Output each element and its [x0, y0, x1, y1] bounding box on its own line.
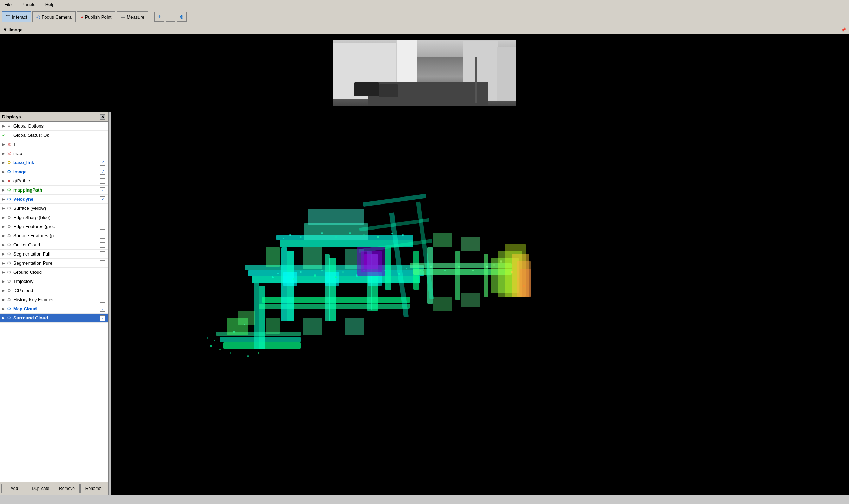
item-name: TF — [13, 142, 100, 147]
duplicate-button[interactable]: Duplicate — [28, 484, 53, 493]
camera-feed — [333, 40, 516, 106]
main-content: Displays ✕ ▶ ● Global Options ✓ Global S… — [0, 112, 849, 495]
image-panel-collapse-icon[interactable]: ▼ — [3, 27, 7, 32]
display-item-segmentation-full[interactable]: ▶ ⚙ Segmentation Full — [0, 250, 108, 259]
3d-view[interactable] — [111, 112, 849, 495]
item-checkbox[interactable] — [100, 224, 105, 230]
publish-point-button[interactable]: ● Publish Point — [77, 11, 116, 22]
displays-close-button[interactable]: ✕ — [100, 114, 105, 120]
display-item-surface-yellow[interactable]: ▶ ⚙ Surface (yellow) — [0, 204, 108, 213]
svg-point-85 — [472, 270, 474, 271]
measure-label: Measure — [127, 14, 144, 20]
item-checkbox[interactable] — [100, 151, 105, 156]
display-item-velodyne[interactable]: ▶ ⚙ Velodyne — [0, 195, 108, 204]
expand-arrow: ▶ — [2, 252, 6, 256]
add-button[interactable]: Add — [1, 484, 27, 493]
zoom-out-icon: − — [169, 13, 173, 21]
item-name: ICP cloud — [13, 288, 100, 293]
item-name: map — [13, 151, 100, 156]
item-checkbox[interactable] — [100, 315, 105, 321]
svg-point-11 — [233, 331, 235, 333]
toolbar-separator — [151, 12, 151, 22]
svg-rect-70 — [484, 254, 488, 297]
svg-rect-74 — [461, 293, 480, 307]
svg-point-10 — [219, 349, 221, 350]
item-checkbox[interactable] — [100, 142, 105, 147]
indicator-gear: ⚙ — [7, 170, 11, 174]
expand-arrow: ▶ — [2, 279, 6, 283]
svg-point-63 — [377, 236, 379, 238]
display-item-global-options[interactable]: ▶ ● Global Options — [0, 122, 108, 131]
item-checkbox[interactable] — [100, 233, 105, 239]
indicator-gear: ⚙ — [7, 161, 11, 165]
item-checkbox[interactable] — [100, 178, 105, 184]
display-item-gtpathlc[interactable]: ▶ ✕ gtPathlc — [0, 176, 108, 186]
focus-camera-icon: ◎ — [36, 14, 40, 20]
menu-file[interactable]: File — [2, 1, 14, 8]
display-item-segmentation-pure[interactable]: ▶ ⚙ Segmentation Pure — [0, 259, 108, 268]
display-item-surface-features[interactable]: ▶ ⚙ Surface Features (p... — [0, 231, 108, 240]
item-checkbox[interactable] — [100, 270, 105, 275]
display-item-surround-cloud[interactable]: ▶ ⚙ Surround Cloud — [0, 314, 108, 323]
rename-button[interactable]: Rename — [80, 484, 106, 493]
indicator-gear: ⚙ — [7, 316, 11, 320]
item-name: Global Status: Ok — [13, 133, 105, 138]
menu-help[interactable]: Help — [43, 1, 57, 8]
car-center — [379, 84, 398, 97]
item-checkbox[interactable] — [100, 306, 105, 312]
svg-point-40 — [314, 274, 316, 277]
svg-rect-52 — [385, 247, 391, 290]
display-item-history-key-frames[interactable]: ▶ ⚙ History Key Frames — [0, 295, 108, 304]
indicator-gear: ⚙ — [7, 279, 11, 284]
indicator-gear: ⚙ — [7, 188, 11, 192]
item-checkbox[interactable] — [100, 206, 105, 211]
item-checkbox[interactable] — [100, 260, 105, 266]
display-item-ground-cloud[interactable]: ▶ ⚙ Ground Cloud — [0, 268, 108, 277]
display-item-trajectory[interactable]: ▶ ⚙ Trajectory — [0, 277, 108, 286]
item-checkbox[interactable] — [100, 196, 105, 202]
svg-rect-69 — [455, 251, 460, 300]
remove-button[interactable]: Remove — [54, 484, 80, 493]
panel-resize-handle[interactable]: ··· — [108, 112, 111, 495]
item-name: Surface (yellow) — [13, 206, 100, 211]
display-item-icp-cloud[interactable]: ▶ ⚙ ICP cloud — [0, 286, 108, 295]
display-item-map[interactable]: ▶ ✕ map — [0, 149, 108, 158]
image-panel-pin-icon[interactable]: 📌 — [841, 27, 846, 32]
display-item-base-link[interactable]: ▶ ⚙ base_link — [0, 158, 108, 167]
measure-button[interactable]: — Measure — [117, 11, 148, 22]
display-item-image[interactable]: ▶ ⚙ Image — [0, 167, 108, 176]
reset-view-button[interactable]: ⊕ — [177, 12, 187, 22]
item-checkbox[interactable] — [100, 297, 105, 303]
indicator-cross: ✕ — [7, 151, 11, 156]
svg-rect-35 — [345, 318, 364, 335]
display-item-mappingpath[interactable]: ▶ ⚙ mappingPath — [0, 186, 108, 195]
display-item-outlier-cloud[interactable]: ▶ ⚙ Outlier Cloud — [0, 240, 108, 250]
svg-rect-54 — [304, 223, 368, 240]
item-checkbox[interactable] — [100, 160, 105, 166]
item-checkbox[interactable] — [100, 251, 105, 257]
expand-arrow: ▶ — [2, 215, 6, 219]
item-checkbox[interactable] — [100, 215, 105, 220]
display-item-edge-features[interactable]: ▶ ⚙ Edge Features (gre... — [0, 222, 108, 231]
item-checkbox[interactable] — [100, 242, 105, 248]
item-name: Surround Cloud — [13, 315, 100, 321]
interact-button[interactable]: ⬚ Interact — [2, 11, 31, 22]
zoom-in-button[interactable]: + — [154, 12, 164, 22]
item-checkbox[interactable] — [100, 187, 105, 193]
svg-point-87 — [493, 264, 495, 266]
displays-title: Displays — [2, 114, 21, 119]
item-checkbox[interactable] — [100, 169, 105, 175]
display-item-edge-sharp[interactable]: ▶ ⚙ Edge Sharp (blue) — [0, 213, 108, 222]
svg-point-81 — [420, 270, 421, 271]
menu-panels[interactable]: Panels — [19, 1, 38, 8]
item-checkbox[interactable] — [100, 279, 105, 284]
indicator-gear: ⚙ — [7, 197, 11, 201]
display-item-map-cloud[interactable]: ▶ ⚙ Map Cloud — [0, 304, 108, 314]
focus-camera-button[interactable]: ◎ Focus Camera — [32, 11, 75, 22]
item-checkbox[interactable] — [100, 288, 105, 293]
display-item-global-status[interactable]: ✓ Global Status: Ok — [0, 131, 108, 140]
display-item-tf[interactable]: ▶ ✕ TF — [0, 140, 108, 149]
svg-point-61 — [349, 232, 351, 234]
zoom-out-button[interactable]: − — [166, 12, 175, 22]
displays-list[interactable]: ▶ ● Global Options ✓ Global Status: Ok ▶… — [0, 122, 108, 482]
